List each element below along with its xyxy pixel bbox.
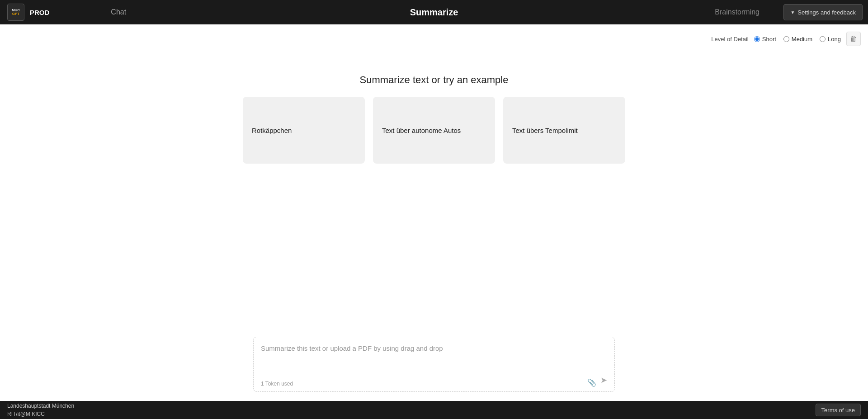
footer: Landeshauptstadt München RIT/it@M KICC T…: [0, 401, 868, 419]
trash-icon: 🗑: [850, 35, 857, 43]
org-line2: RIT/it@M KICC: [7, 410, 74, 418]
page-heading: Summarize text or try an example: [360, 74, 509, 86]
nav-chat[interactable]: Chat: [93, 0, 144, 24]
attachment-icon: 📎: [587, 379, 596, 386]
brand-label: PROD: [30, 9, 49, 16]
send-icon: ➤: [600, 376, 607, 385]
main-content: Level of Detail Short Medium Long 🗑 Summ…: [0, 24, 868, 401]
logo-box: MUC GPT: [7, 4, 24, 21]
footer-org: Landeshauptstadt München RIT/it@M KICC: [7, 402, 74, 418]
org-line1: Landeshauptstadt München: [7, 402, 74, 410]
send-button[interactable]: ➤: [599, 373, 609, 387]
chevron-down-icon: ▼: [790, 10, 795, 15]
example-card-1[interactable]: Text über autonome Autos: [373, 97, 495, 164]
example-card-2[interactable]: Text übers Tempolimit: [503, 97, 625, 164]
attach-button[interactable]: 📎: [587, 378, 596, 387]
radio-short-label: Short: [762, 36, 776, 42]
settings-button[interactable]: ▼ Settings and feedback: [783, 4, 863, 20]
radio-long-label: Long: [828, 36, 841, 42]
delete-button[interactable]: 🗑: [846, 32, 861, 46]
level-of-detail-controls: Level of Detail Short Medium Long 🗑: [711, 32, 861, 46]
input-box: 1 Token used 📎 ➤: [253, 337, 615, 392]
radio-medium-label: Medium: [792, 36, 812, 42]
example-cards: Rotkäppchen Text über autonome Autos Tex…: [243, 97, 625, 164]
navbar: MUC GPT PROD Chat Summarize Brainstormin…: [0, 0, 868, 24]
radio-group: Short Medium Long: [754, 36, 841, 42]
settings-label: Settings and feedback: [797, 9, 856, 16]
radio-medium-input[interactable]: [783, 36, 789, 42]
radio-medium[interactable]: Medium: [783, 36, 812, 42]
nav-brainstorming[interactable]: Brainstorming: [706, 0, 769, 24]
token-count: 1 Token used: [261, 381, 293, 387]
radio-long-input[interactable]: [820, 36, 826, 42]
input-area: 1 Token used 📎 ➤: [253, 337, 615, 392]
logo-gpt: GPT: [12, 12, 19, 16]
radio-short[interactable]: Short: [754, 36, 776, 42]
text-input[interactable]: [261, 344, 607, 372]
level-of-detail-label: Level of Detail: [711, 36, 748, 42]
example-card-0[interactable]: Rotkäppchen: [243, 97, 365, 164]
radio-short-input[interactable]: [754, 36, 760, 42]
radio-long[interactable]: Long: [820, 36, 841, 42]
terms-button[interactable]: Terms of use: [816, 404, 861, 416]
page-title: Summarize: [410, 7, 458, 18]
logo-area: MUC GPT PROD: [0, 4, 57, 21]
